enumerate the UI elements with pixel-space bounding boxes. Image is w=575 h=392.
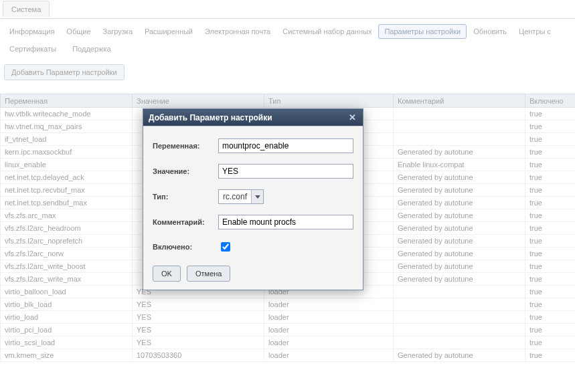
label-value: Значение: xyxy=(153,167,218,175)
type-select[interactable]: rc.conf xyxy=(218,189,264,204)
variable-input[interactable] xyxy=(218,138,353,153)
value-input[interactable] xyxy=(218,164,353,179)
chevron-down-icon[interactable] xyxy=(251,190,263,203)
enabled-checkbox[interactable] xyxy=(221,242,230,252)
ok-button[interactable]: OK xyxy=(153,266,181,282)
type-select-value: rc.conf xyxy=(219,192,251,201)
comment-input[interactable] xyxy=(218,215,353,229)
label-type: Тип: xyxy=(153,193,218,201)
dialog-titlebar[interactable]: Добавить Параметр настройки ✕ xyxy=(143,109,363,126)
label-enabled: Включено: xyxy=(153,243,218,251)
label-variable: Переменная: xyxy=(153,142,218,150)
cancel-button[interactable]: Отмена xyxy=(187,266,230,282)
add-tunable-dialog: Добавить Параметр настройки ✕ Переменная… xyxy=(143,108,363,290)
label-comment: Комментарий: xyxy=(153,218,218,226)
dialog-title-text: Добавить Параметр настройки xyxy=(149,113,272,122)
close-icon[interactable]: ✕ xyxy=(347,112,357,122)
